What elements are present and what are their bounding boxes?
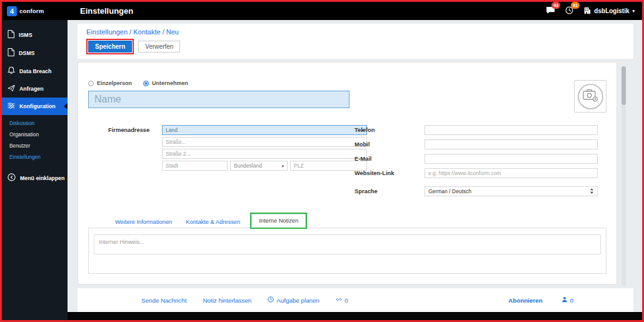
plan-task-link[interactable]: Aufgabe planen	[268, 296, 319, 304]
footer-actions: Sende Nachricht Notiz hinterlassen Aufga…	[141, 296, 348, 304]
website-input[interactable]	[425, 168, 598, 178]
activities-badge: 81	[571, 2, 580, 9]
sidebar-subitem-diskussion[interactable]: Diskussion	[2, 118, 68, 129]
messages-button[interactable]: 43	[546, 6, 555, 17]
control-panel: Einstellungen / Kontakte / Neu Speichern…	[78, 24, 633, 59]
toolbar: Speichern Verwerfen	[86, 39, 625, 54]
state-select-value: Bundesland	[234, 163, 262, 169]
plan-task-label: Aufgabe planen	[276, 297, 319, 304]
sidebar-subitem-benutzer[interactable]: Benutzer	[2, 140, 68, 151]
contact-form-card: Einzelperson Unternehmen	[78, 62, 617, 284]
leave-note-link[interactable]: Notiz hinterlassen	[203, 297, 251, 304]
app-window: 4 conform ISMS DSMS Data Breach Anfragen	[0, 0, 644, 322]
sidebar-item-data-breach[interactable]: Data Breach	[2, 62, 68, 80]
attachments-count: 0	[345, 297, 348, 304]
tab-interne-notizen[interactable]: Interne Notizen	[251, 214, 306, 228]
subscribe-button[interactable]: Abonnieren	[508, 297, 542, 304]
discard-button[interactable]: Verwerfen	[138, 41, 180, 53]
radio-checked-icon	[143, 81, 149, 86]
street2-input[interactable]	[162, 149, 367, 159]
tab-weitere-informationen[interactable]: Weitere Informationen	[108, 216, 179, 228]
activities-button[interactable]: 81	[565, 6, 573, 17]
app-logo[interactable]: 4 conform	[2, 2, 68, 20]
scrollbar-thumb[interactable]	[621, 66, 626, 105]
sidebar-item-label: DSMS	[19, 50, 34, 56]
sidebar-collapse-button[interactable]: Menü einklappen	[2, 169, 68, 187]
sidebar-item-anfragen[interactable]: Anfragen	[2, 80, 68, 98]
form-tabs: Weitere Informationen Kontakte & Adresse…	[88, 213, 606, 228]
save-button[interactable]: Speichern	[88, 41, 132, 53]
sidebar-item-label: Data Breach	[19, 68, 51, 74]
breadcrumb[interactable]: Einstellungen / Kontakte / Neu	[86, 28, 625, 36]
contact-block: Telefon Mobil E-Mail Websiten-Link	[355, 125, 598, 196]
photo-upload[interactable]	[574, 80, 606, 113]
mobile-label: Mobil	[355, 141, 425, 148]
bottom-strip	[68, 312, 642, 320]
content-area: Einstellungen / Kontakte / Neu Speichern…	[68, 20, 642, 312]
radio-unchecked-icon	[88, 81, 94, 86]
logo-4-icon: 4	[7, 6, 17, 16]
sidebar: 4 conform ISMS DSMS Data Breach Anfragen	[2, 2, 68, 320]
camera-plus-icon	[583, 89, 598, 104]
state-select[interactable]: Bundesland ▾	[230, 161, 288, 171]
sidebar-nav: ISMS DSMS Data Breach Anfragen Konfigura…	[2, 20, 68, 187]
language-label: Sprache	[355, 188, 425, 194]
phone-label: Telefon	[355, 127, 425, 133]
city-input[interactable]	[162, 161, 228, 171]
internal-note-input[interactable]	[94, 234, 601, 254]
footer-bar: Sende Nachricht Notiz hinterlassen Aufga…	[78, 288, 633, 312]
send-message-link[interactable]: Sende Nachricht	[141, 297, 186, 304]
sidebar-item-dsms[interactable]: DSMS	[2, 44, 68, 62]
name-input[interactable]	[88, 91, 350, 108]
photo-circle	[578, 84, 603, 109]
bell-icon	[8, 66, 15, 76]
sidebar-item-isms[interactable]: ISMS	[2, 26, 68, 44]
phone-input[interactable]	[425, 125, 598, 135]
main-column: Einstellungen 43 81 dsbLogistik ▾	[68, 2, 642, 320]
building-icon	[583, 7, 591, 16]
country-select[interactable]: Land ▾	[162, 125, 367, 135]
updown-caret-icon	[590, 188, 594, 196]
page-title: Einstellungen	[80, 6, 133, 16]
company-address-label: Firmenadresse	[88, 125, 162, 196]
subscribe-label: Abonnieren	[508, 297, 542, 304]
topbar-actions: 43 81 dsbLogistik ▾	[546, 6, 635, 17]
scrollbar[interactable]	[621, 66, 626, 286]
document-icon	[8, 30, 14, 39]
send-message-label: Sende Nachricht	[141, 297, 186, 304]
sidebar-subitem-organisation[interactable]: Organisation	[2, 129, 68, 140]
radio-unternehmen[interactable]: Unternehmen	[143, 80, 188, 86]
chevron-down-icon: ▾	[281, 164, 284, 168]
task-clock-icon	[268, 296, 274, 304]
person-icon	[561, 296, 568, 304]
radio-einzelperson[interactable]: Einzelperson	[88, 80, 132, 86]
attachments-button[interactable]: 0	[336, 296, 348, 304]
sidebar-item-label: ISMS	[19, 32, 33, 38]
email-label: E-Mail	[355, 156, 425, 162]
radio-label: Unternehmen	[152, 80, 188, 86]
konfiguration-submenu: Diskussion Organisation Benutzer Einstel…	[2, 115, 68, 164]
sidebar-subitem-einstellungen[interactable]: Einstellungen	[2, 151, 68, 163]
street-input[interactable]	[162, 137, 367, 147]
address-block: Firmenadresse Land ▾ Bundesl	[88, 125, 350, 196]
document-icon	[8, 48, 14, 58]
country-select-value: Land	[166, 127, 178, 133]
save-annotation-box: Speichern	[86, 39, 134, 54]
email-input[interactable]	[425, 154, 598, 164]
sidebar-item-konfiguration[interactable]: Konfiguration	[2, 98, 68, 115]
send-icon	[8, 84, 15, 93]
logo-text: conform	[19, 8, 44, 14]
sliders-icon	[8, 102, 15, 111]
form-grid: Firmenadresse Land ▾ Bundesl	[88, 125, 606, 196]
footer-right: Abonnieren 0	[508, 296, 573, 304]
topbar: Einstellungen 43 81 dsbLogistik ▾	[68, 2, 642, 20]
collapse-label: Menü einklappen	[20, 175, 64, 181]
org-switcher[interactable]: dsbLogistik ▾	[583, 7, 635, 16]
tab-kontakte-adressen[interactable]: Kontakte & Adressen	[179, 216, 247, 228]
sidebar-item-label: Anfragen	[19, 86, 44, 92]
followers-button[interactable]: 0	[561, 296, 573, 304]
followers-count: 0	[570, 297, 573, 304]
contact-type-radios: Einzelperson Unternehmen	[88, 80, 350, 86]
mobile-input[interactable]	[425, 139, 598, 149]
language-select[interactable]: German / Deutsch	[425, 186, 598, 196]
